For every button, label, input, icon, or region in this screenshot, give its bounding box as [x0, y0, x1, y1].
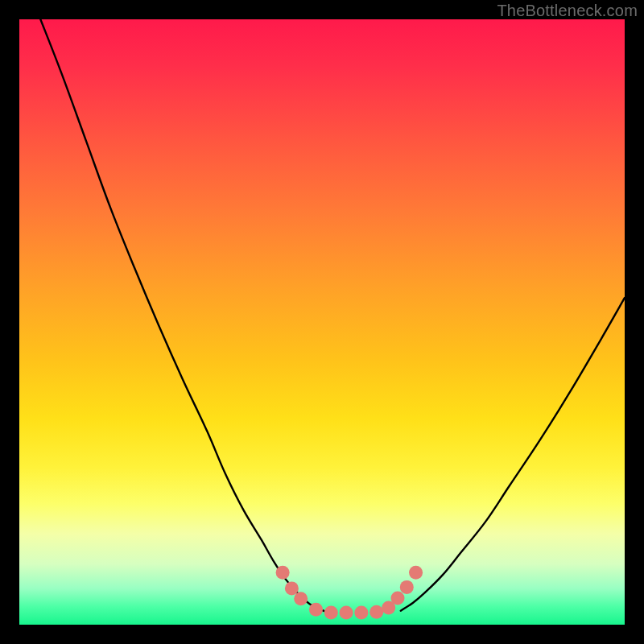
data-marker: [276, 566, 290, 580]
chart-frame: TheBottleneck.com: [0, 0, 644, 644]
curve-right-branch: [401, 298, 625, 611]
data-marker: [294, 592, 308, 605]
data-marker: [391, 591, 405, 605]
data-marker: [409, 566, 423, 580]
curve-left-branch: [40, 19, 324, 611]
data-marker: [354, 605, 368, 619]
curve-layer: [19, 19, 625, 625]
data-marker: [324, 605, 338, 619]
data-marker: [309, 603, 323, 617]
data-marker: [285, 581, 299, 595]
data-marker: [369, 605, 383, 619]
data-marker: [400, 580, 414, 594]
plot-area: [19, 19, 625, 625]
data-marker: [340, 605, 353, 619]
watermark-text: TheBottleneck.com: [497, 2, 638, 20]
